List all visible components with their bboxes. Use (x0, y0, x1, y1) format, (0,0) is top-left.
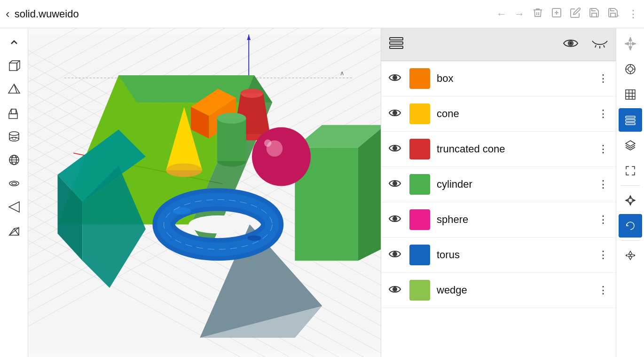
visibility-toggle-box[interactable] (389, 72, 403, 85)
color-swatch-wedge (409, 280, 430, 301)
more-options-truncated-cone[interactable]: ⋮ (598, 143, 608, 155)
object-row-cone[interactable]: cone ⋮ (381, 96, 616, 132)
green-cylinder (217, 113, 246, 167)
svg-text:+: + (617, 13, 620, 18)
right-panel: box ⋮ cone ⋮ (381, 28, 616, 357)
visibility-toggle-cone[interactable] (389, 108, 403, 120)
svg-point-20 (15, 137, 16, 139)
svg-marker-166 (628, 251, 632, 254)
hide-all-button[interactable] (591, 37, 608, 52)
svg-point-129 (394, 253, 396, 255)
svg-rect-144 (626, 90, 635, 99)
pyramid-icon[interactable] (4, 79, 24, 100)
send-icon[interactable] (4, 197, 24, 217)
svg-marker-165 (633, 199, 635, 201)
object-row-cylinder[interactable]: cylinder ⋮ (381, 167, 616, 202)
top-bar: ‹ solid.wuweido ← → + (0, 0, 644, 28)
target-view-button[interactable] (619, 57, 642, 81)
stack-button[interactable] (619, 134, 642, 157)
object-name-cylinder: cylinder (437, 178, 591, 190)
object-row-box[interactable]: box ⋮ (381, 61, 616, 96)
svg-rect-111 (390, 42, 403, 44)
svg-marker-161 (629, 203, 631, 205)
more-options-sphere[interactable]: ⋮ (598, 214, 608, 226)
svg-rect-110 (390, 38, 403, 40)
toolbar-divider (621, 185, 640, 186)
more-options-box[interactable]: ⋮ (598, 72, 608, 85)
object-name-truncated-cone: truncated cone (437, 143, 591, 155)
truncated-pyramid-icon[interactable] (4, 103, 24, 123)
object-row-truncated-cone[interactable]: truncated cone ⋮ (381, 132, 616, 167)
svg-marker-99 (217, 118, 246, 161)
object-row-torus[interactable]: torus ⋮ (381, 238, 616, 273)
svg-marker-8 (8, 84, 20, 93)
globe-icon[interactable] (4, 150, 24, 170)
more-button[interactable]: ⋮ (628, 8, 638, 20)
visibility-toggle-cylinder[interactable] (389, 178, 403, 190)
svg-rect-11 (11, 109, 16, 114)
svg-point-106 (188, 215, 247, 233)
svg-point-103 (264, 140, 271, 147)
color-swatch-cone (409, 103, 430, 124)
svg-rect-149 (626, 116, 635, 118)
svg-marker-159 (629, 196, 631, 198)
edit-button[interactable] (570, 7, 581, 21)
color-swatch-torus (409, 245, 430, 265)
object-row-wedge[interactable]: wedge ⋮ (381, 273, 616, 308)
svg-marker-167 (628, 256, 632, 260)
undo-button[interactable]: ← (496, 8, 507, 20)
wedge-icon[interactable] (4, 220, 24, 241)
more-options-cone[interactable]: ⋮ (598, 108, 608, 120)
svg-point-121 (394, 112, 396, 114)
grid-toggle-button[interactable] (619, 83, 642, 106)
objects-list: box ⋮ cone ⋮ (381, 61, 616, 357)
add-button[interactable] (551, 7, 562, 21)
cube-icon[interactable] (4, 56, 24, 76)
object-row-sphere[interactable]: sphere ⋮ (381, 202, 616, 238)
svg-rect-10 (9, 114, 17, 119)
visibility-toggle-sphere[interactable] (389, 214, 403, 226)
axis-indicator-button[interactable] (619, 32, 642, 56)
delete-button[interactable] (532, 7, 543, 21)
visibility-toggle-torus[interactable] (389, 249, 403, 261)
more-options-cylinder[interactable]: ⋮ (598, 178, 608, 190)
cylinder-icon[interactable] (4, 126, 24, 147)
color-swatch-truncated-cone (409, 139, 430, 159)
collapse-icon[interactable] (4, 32, 24, 53)
back-button[interactable]: ‹ (6, 7, 10, 21)
svg-line-117 (604, 45, 605, 48)
download-button[interactable] (619, 244, 642, 267)
svg-point-123 (394, 147, 396, 149)
save-button[interactable] (589, 7, 600, 21)
svg-point-131 (394, 288, 396, 290)
top-bar-right: ← → + ⋮ (496, 7, 638, 21)
show-all-button[interactable] (563, 37, 578, 52)
svg-marker-152 (626, 141, 635, 146)
save-as-button[interactable]: + (607, 7, 620, 21)
top-bar-left: ‹ solid.wuweido (6, 7, 496, 21)
redo-button[interactable]: → (514, 8, 525, 20)
visibility-toggle-wedge[interactable] (389, 284, 403, 296)
svg-point-139 (628, 67, 633, 71)
rotate-button[interactable] (619, 214, 642, 238)
more-options-torus[interactable]: ⋮ (598, 249, 608, 261)
viewport[interactable]: ∧ (28, 28, 381, 357)
object-name-cone: cone (437, 108, 591, 120)
more-options-wedge[interactable]: ⋮ (598, 284, 608, 296)
toolbar-divider-2 (621, 240, 640, 241)
svg-marker-137 (629, 47, 632, 50)
color-swatch-sphere (409, 209, 430, 230)
object-name-wedge: wedge (437, 284, 591, 296)
svg-marker-86 (358, 125, 381, 261)
svg-line-172 (633, 255, 635, 256)
visibility-toggle-truncated-cone[interactable] (389, 143, 403, 155)
svg-point-92 (166, 163, 202, 177)
layers-view-button[interactable] (619, 108, 642, 132)
object-name-sphere: sphere (437, 214, 591, 226)
svg-rect-150 (626, 119, 635, 121)
move-button[interactable] (619, 189, 642, 212)
svg-marker-134 (629, 37, 632, 41)
app-title: solid.wuweido (15, 8, 79, 20)
fullscreen-button[interactable] (619, 159, 642, 182)
torus-icon[interactable] (4, 173, 24, 194)
